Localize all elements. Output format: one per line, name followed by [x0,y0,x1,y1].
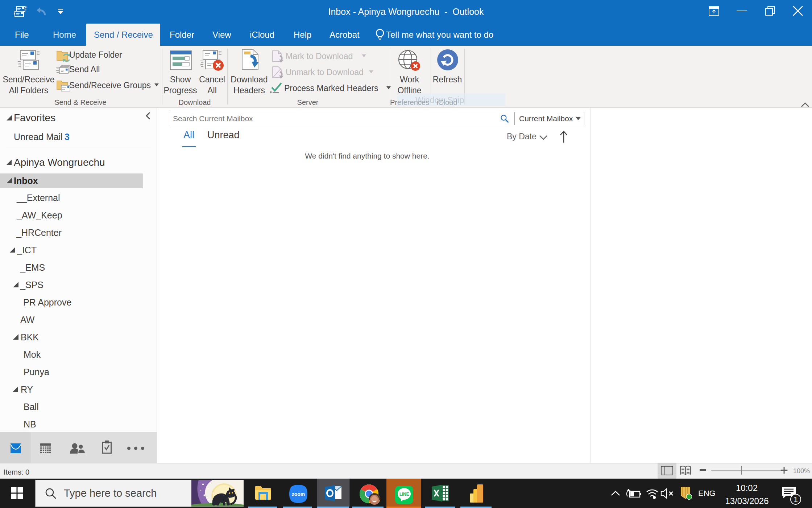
svg-text:zoom: zoom [292,491,305,497]
svg-text:LINE: LINE [399,492,409,497]
svg-text:1: 1 [794,495,798,504]
